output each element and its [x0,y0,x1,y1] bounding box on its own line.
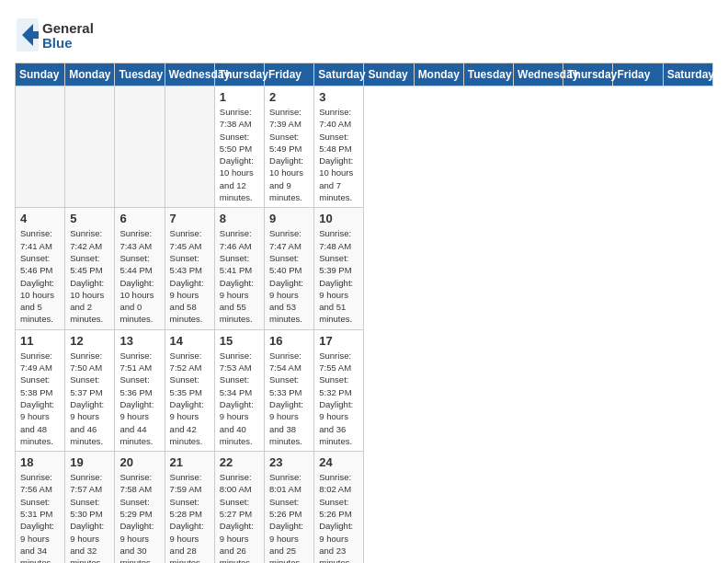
weekday-header: Wednesday [165,63,214,86]
calendar-cell: 3Sunrise: 7:40 AMSunset: 5:48 PMDaylight… [314,86,364,208]
calendar-week-row: 1Sunrise: 7:38 AMSunset: 5:50 PMDaylight… [16,86,713,208]
day-info: Sunrise: 7:53 AMSunset: 5:34 PMDaylight:… [220,350,259,447]
day-number: 22 [220,455,259,469]
day-info: Sunrise: 7:54 AMSunset: 5:33 PMDaylight:… [269,350,309,447]
day-info: Sunrise: 7:46 AMSunset: 5:41 PMDaylight:… [220,227,259,325]
day-info: Sunrise: 8:00 AMSunset: 5:27 PMDaylight:… [220,471,259,563]
calendar-cell [115,86,165,208]
day-number: 10 [319,212,358,225]
day-info: Sunrise: 7:52 AMSunset: 5:35 PMDaylight:… [170,350,210,447]
calendar-cell: 15Sunrise: 7:53 AMSunset: 5:34 PMDayligh… [214,329,264,451]
day-info: Sunrise: 7:47 AMSunset: 5:40 PMDaylight:… [269,227,309,325]
day-info: Sunrise: 7:48 AMSunset: 5:39 PMDaylight:… [319,227,358,325]
weekday-header: Monday [414,63,463,86]
day-info: Sunrise: 7:59 AMSunset: 5:28 PMDaylight:… [170,471,210,563]
calendar-cell: 20Sunrise: 7:58 AMSunset: 5:29 PMDayligh… [115,452,165,563]
calendar-cell: 23Sunrise: 8:01 AMSunset: 5:26 PMDayligh… [265,452,314,563]
weekday-header: Tuesday [115,63,165,86]
day-info: Sunrise: 7:57 AMSunset: 5:30 PMDaylight:… [70,471,109,563]
calendar-cell: 21Sunrise: 7:59 AMSunset: 5:28 PMDayligh… [165,452,214,563]
weekday-header: Tuesday [463,63,513,86]
day-number: 1 [220,90,259,104]
day-number: 13 [119,334,159,348]
logo-svg: General Blue [15,15,125,55]
day-info: Sunrise: 7:58 AMSunset: 5:29 PMDaylight:… [119,471,159,563]
calendar-cell: 6Sunrise: 7:43 AMSunset: 5:44 PMDaylight… [115,208,165,329]
day-info: Sunrise: 7:43 AMSunset: 5:44 PMDaylight:… [119,227,159,325]
day-number: 14 [170,334,210,348]
calendar-cell: 7Sunrise: 7:45 AMSunset: 5:43 PMDaylight… [165,208,214,329]
day-info: Sunrise: 7:51 AMSunset: 5:36 PMDaylight:… [119,350,159,447]
day-info: Sunrise: 8:02 AMSunset: 5:26 PMDaylight:… [319,471,358,563]
calendar-cell: 4Sunrise: 7:41 AMSunset: 5:46 PMDaylight… [16,208,65,329]
day-info: Sunrise: 7:49 AMSunset: 5:38 PMDaylight:… [20,350,60,447]
weekday-header: Saturday [314,63,364,86]
calendar-cell: 11Sunrise: 7:49 AMSunset: 5:38 PMDayligh… [16,329,65,451]
calendar-cell: 18Sunrise: 7:56 AMSunset: 5:31 PMDayligh… [16,452,65,563]
weekday-header: Monday [65,63,115,86]
day-number: 4 [20,212,60,225]
day-info: Sunrise: 7:39 AMSunset: 5:49 PMDaylight:… [269,106,309,203]
day-number: 12 [70,334,109,348]
calendar-cell: 1Sunrise: 7:38 AMSunset: 5:50 PMDaylight… [214,86,264,208]
weekday-header: Wednesday [514,63,563,86]
day-number: 3 [319,90,358,104]
day-info: Sunrise: 7:56 AMSunset: 5:31 PMDaylight:… [20,471,60,563]
calendar-table: SundayMondayTuesdayWednesdayThursdayFrid… [15,63,713,563]
day-number: 21 [170,455,210,469]
weekday-header: Friday [265,63,314,86]
weekday-header: Sunday [16,63,65,86]
weekday-header: Friday [613,63,663,86]
calendar-cell: 19Sunrise: 7:57 AMSunset: 5:30 PMDayligh… [65,452,115,563]
day-number: 9 [269,212,309,225]
calendar-week-row: 18Sunrise: 7:56 AMSunset: 5:31 PMDayligh… [16,452,713,563]
logo: General Blue [15,15,125,55]
day-number: 18 [20,455,60,469]
day-number: 8 [220,212,259,225]
day-info: Sunrise: 7:41 AMSunset: 5:46 PMDaylight:… [20,227,60,325]
day-info: Sunrise: 7:55 AMSunset: 5:32 PMDaylight:… [319,350,358,447]
svg-text:Blue: Blue [42,35,73,51]
calendar-cell: 24Sunrise: 8:02 AMSunset: 5:26 PMDayligh… [314,452,364,563]
calendar-week-row: 11Sunrise: 7:49 AMSunset: 5:38 PMDayligh… [16,329,713,451]
day-info: Sunrise: 7:42 AMSunset: 5:45 PMDaylight:… [70,227,109,325]
calendar-cell: 14Sunrise: 7:52 AMSunset: 5:35 PMDayligh… [165,329,214,451]
calendar-cell: 10Sunrise: 7:48 AMSunset: 5:39 PMDayligh… [314,208,364,329]
header-row: SundayMondayTuesdayWednesdayThursdayFrid… [16,63,713,86]
day-number: 19 [70,455,109,469]
calendar-cell: 9Sunrise: 7:47 AMSunset: 5:40 PMDaylight… [265,208,314,329]
calendar-cell: 17Sunrise: 7:55 AMSunset: 5:32 PMDayligh… [314,329,364,451]
weekday-header: Thursday [214,63,264,86]
day-number: 15 [220,334,259,348]
day-number: 5 [70,212,109,225]
weekday-header: Sunday [364,63,414,86]
page-header: General Blue [15,15,713,55]
calendar-cell: 8Sunrise: 7:46 AMSunset: 5:41 PMDaylight… [214,208,264,329]
calendar-cell: 12Sunrise: 7:50 AMSunset: 5:37 PMDayligh… [65,329,115,451]
calendar-cell: 5Sunrise: 7:42 AMSunset: 5:45 PMDaylight… [65,208,115,329]
weekday-header: Saturday [663,63,712,86]
calendar-cell: 16Sunrise: 7:54 AMSunset: 5:33 PMDayligh… [265,329,314,451]
svg-text:General: General [42,20,94,36]
day-number: 17 [319,334,358,348]
calendar-cell: 2Sunrise: 7:39 AMSunset: 5:49 PMDaylight… [265,86,314,208]
weekday-header: Thursday [563,63,613,86]
day-info: Sunrise: 7:50 AMSunset: 5:37 PMDaylight:… [70,350,109,447]
calendar-cell [65,86,115,208]
calendar-week-row: 4Sunrise: 7:41 AMSunset: 5:46 PMDaylight… [16,208,713,329]
day-info: Sunrise: 8:01 AMSunset: 5:26 PMDaylight:… [269,471,309,563]
calendar-cell: 13Sunrise: 7:51 AMSunset: 5:36 PMDayligh… [115,329,165,451]
day-number: 20 [119,455,159,469]
day-number: 2 [269,90,309,104]
day-number: 16 [269,334,309,348]
calendar-cell [165,86,214,208]
day-info: Sunrise: 7:40 AMSunset: 5:48 PMDaylight:… [319,106,358,203]
day-info: Sunrise: 7:38 AMSunset: 5:50 PMDaylight:… [220,106,259,203]
day-number: 23 [269,455,309,469]
calendar-cell [16,86,65,208]
day-number: 11 [20,334,60,348]
day-number: 6 [119,212,159,225]
day-number: 24 [319,455,358,469]
calendar-cell: 22Sunrise: 8:00 AMSunset: 5:27 PMDayligh… [214,452,264,563]
day-number: 7 [170,212,210,225]
